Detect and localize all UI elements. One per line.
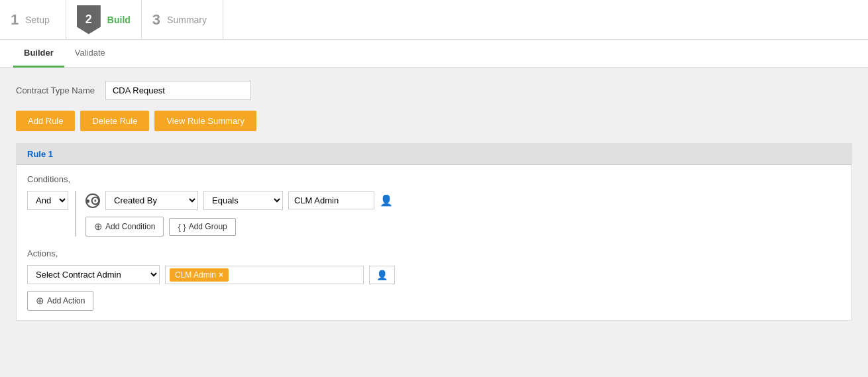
actions-section: Actions, Select Contract Admin CLM Admin… (27, 248, 841, 311)
and-or-select[interactable]: And Or (27, 191, 68, 210)
step-3[interactable]: 3 Summary (142, 0, 223, 39)
view-rule-summary-button[interactable]: View Rule Summary (154, 111, 256, 131)
actions-row: Select Contract Admin CLM Admin × 👤 (27, 265, 841, 284)
condition-remove-icon[interactable]: ● (85, 193, 100, 208)
condition-operator-select[interactable]: Equals Not Equals Contains (203, 191, 283, 210)
action-tags-container: CLM Admin × (165, 266, 364, 284)
step-1-label: Setup (25, 15, 50, 25)
step-3-number: 3 (152, 11, 160, 28)
action-tag-clm-admin: CLM Admin × (170, 268, 229, 282)
action-user-icon-button[interactable]: 👤 (369, 266, 395, 284)
rule-1-header: Rule 1 (17, 144, 851, 165)
step-3-label: Summary (167, 15, 207, 25)
user-icon: 👤 (380, 195, 393, 206)
rule-1-section: Rule 1 Conditions, And Or ● Creat (16, 143, 852, 321)
add-action-row: ⊕ Add Action (27, 291, 841, 311)
step-1-number: 1 (11, 11, 19, 28)
delete-rule-button[interactable]: Delete Rule (80, 111, 149, 131)
step-2-badge: 2 (77, 5, 101, 34)
actions-label: Actions, (27, 248, 841, 258)
add-condition-button[interactable]: ⊕ Add Condition (85, 217, 164, 237)
contract-type-label: Contract Type Name (16, 85, 95, 95)
condition-user-icon-button[interactable]: 👤 (380, 194, 393, 207)
wizard-steps: 1 Setup 2 Build 3 Summary (0, 0, 868, 40)
tab-validate[interactable]: Validate (64, 40, 116, 68)
step-1[interactable]: 1 Setup (0, 0, 66, 39)
contract-type-input[interactable] (105, 81, 251, 100)
remove-circle-icon: ● (85, 196, 90, 205)
add-group-button[interactable]: { } Add Group (169, 218, 235, 236)
tab-builder[interactable]: Builder (13, 40, 64, 68)
rule-1-body: Conditions, And Or ● Created By Contract… (17, 165, 851, 320)
action-tag-close-button[interactable]: × (219, 270, 223, 280)
toolbar-buttons: Add Rule Delete Rule View Rule Summary (16, 111, 852, 131)
step-2[interactable]: 2 Build (66, 0, 142, 39)
action-select[interactable]: Select Contract Admin (27, 265, 160, 284)
conditions-block: ● Created By Contract Type Status Equals… (75, 191, 393, 237)
action-user-icon: 👤 (376, 270, 388, 280)
tabs-bar: Builder Validate (0, 40, 868, 68)
condition-value-input[interactable] (288, 191, 374, 209)
condition-field-select[interactable]: Created By Contract Type Status (105, 191, 198, 210)
step-2-label: Build (107, 15, 131, 25)
add-action-button[interactable]: ⊕ Add Action (27, 291, 93, 311)
condition-row-1: ● Created By Contract Type Status Equals… (85, 191, 393, 210)
add-condition-group-row: ⊕ Add Condition { } Add Group (85, 217, 393, 237)
main-content: Contract Type Name Add Rule Delete Rule … (0, 68, 868, 337)
add-rule-button[interactable]: Add Rule (16, 111, 75, 131)
conditions-inner: And Or ● Created By Contract Type Status (27, 191, 841, 237)
add-group-braces-icon: { } (178, 222, 186, 232)
contract-type-row: Contract Type Name (16, 81, 852, 100)
add-condition-plus-icon: ⊕ (94, 221, 103, 233)
conditions-label: Conditions, (27, 174, 841, 184)
add-action-plus-icon: ⊕ (36, 295, 44, 307)
